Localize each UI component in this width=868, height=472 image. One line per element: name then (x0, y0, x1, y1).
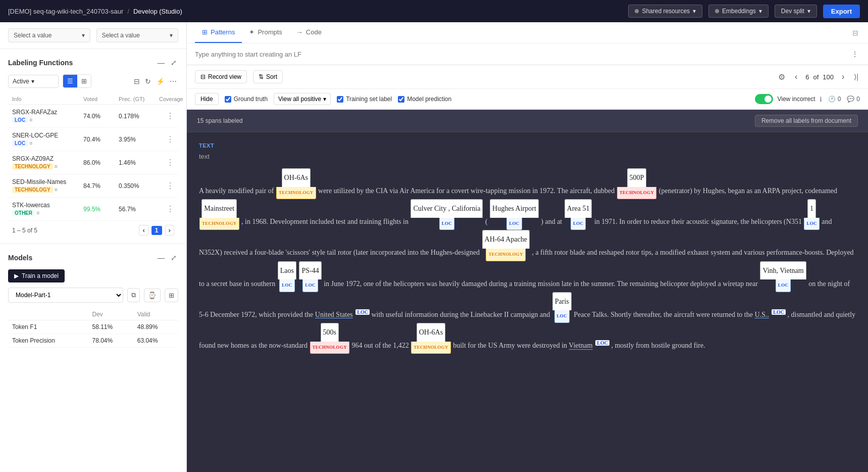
prev-record-button[interactable]: ‹ (793, 72, 799, 81)
train-model-button[interactable]: ▶ Train a model (8, 269, 65, 282)
table-row: Token Precision 78.04% 63.04% (8, 334, 178, 348)
current-page-label: Develop (Studio) (133, 8, 182, 15)
next-record-button[interactable]: › (840, 72, 846, 81)
status-dropdown[interactable]: Active ▾ (8, 75, 59, 88)
lf-row: STK-lowercas OTHER ≡ 99.5% 56.7% ⋮ (8, 198, 178, 221)
model-select-row: Model-Part-1 ⧉ ⌚ ⊞ (8, 288, 178, 303)
lf-info-1: SRGX-RAFAZaz LOC ≡ (12, 109, 83, 123)
doc-section-title: text (199, 153, 856, 160)
filter-select-1[interactable]: Select a value ▾ (8, 28, 90, 42)
lf-info-5: STK-lowercas OTHER ≡ (12, 202, 83, 216)
dot-icon-2 (715, 9, 719, 13)
view-all-positive-dropdown[interactable]: View all positive ▾ (274, 93, 331, 105)
page-nav: ‹ 1 › (139, 225, 174, 235)
prev-page-button[interactable]: ‹ (139, 225, 148, 235)
tab-code[interactable]: → Code (289, 22, 329, 43)
sort-button[interactable]: ⇅ Sort (253, 70, 283, 83)
chevron-icon-2: ▾ (170, 32, 173, 39)
filter-select-2[interactable]: Select a value ▾ (96, 28, 179, 42)
record-nav: 6 of 100 (805, 73, 834, 81)
lf-more-1[interactable]: ⋮ (159, 111, 174, 121)
lf-controls: Active ▾ ☰ ⊞ ⊟ ↻ ⚡ ⋯ (8, 74, 178, 88)
record-toolbar: ⊟ Record view ⇅ Sort ⚙ ‹ 6 of 100 › ⟩| (187, 65, 868, 89)
model-prediction-checkbox[interactable]: Model prediction (398, 96, 451, 103)
lf-input-row: ⋮ (187, 43, 868, 65)
lf-list-icon-5: ≡ (36, 210, 39, 216)
span-area51: Area 51 LOC (565, 199, 592, 230)
prompts-icon: ✦ (249, 28, 254, 36)
clock-icon: 🕐 (828, 96, 836, 103)
hide-button[interactable]: Hide (195, 93, 219, 105)
filter-icon-btn[interactable]: ⊟ (132, 76, 141, 87)
span-vinh-vietnam: Vinh, Vietnam LOC (760, 261, 806, 292)
lf-editor: ⊞ Patterns ✦ Prompts → Code ⊟ ⋮ (187, 22, 868, 65)
lf-pagination: 1 – 5 of 5 ‹ 1 › (8, 221, 178, 235)
span-ah64: AH-64 Apache TECHNOLOGY (482, 230, 530, 261)
demo-label: [DEMO] seq-tag-wiki-tech_240703-saur (8, 8, 123, 15)
dev-split-button[interactable]: Dev split ▾ (775, 5, 817, 18)
embeddings-button[interactable]: Embeddings ▾ (708, 5, 769, 18)
training-set-label-checkbox[interactable]: Training set label (337, 96, 392, 103)
model-grid-btn[interactable]: ⊞ (165, 289, 178, 302)
lightning-icon-btn[interactable]: ⚡ (155, 76, 166, 87)
document-area: 15 spans labeled Remove all labels from … (187, 110, 868, 472)
model-dropdown[interactable]: Model-Part-1 (8, 288, 123, 303)
lf-title: Labeling Functions (8, 59, 73, 67)
minimize-models-btn[interactable]: — (156, 252, 166, 263)
next-page-button[interactable]: › (165, 225, 174, 235)
current-page-num: 1 (151, 226, 162, 235)
models-title: Models (8, 254, 32, 262)
lf-list-icon-4: ≡ (55, 186, 58, 193)
metrics-table: Dev Valid Token F1 58.11% 48.89% Token P… (8, 309, 178, 348)
lf-tabs: ⊞ Patterns ✦ Prompts → Code ⊟ (187, 22, 868, 43)
span-mainstreet: Mainstreet TECHNOLOGY (199, 199, 239, 230)
tab-prompts[interactable]: ✦ Prompts (242, 22, 289, 43)
view-toggle: ☰ ⊞ (63, 74, 91, 88)
expand-button[interactable]: ⤢ (169, 57, 178, 68)
ground-truth-checkbox[interactable]: Ground truth (225, 96, 268, 103)
copy-model-btn[interactable]: ⧉ (127, 288, 140, 302)
lf-row: SED-Missile-Names TECHNOLOGY ≡ 84.7% 0.3… (8, 174, 178, 198)
lf-more-3[interactable]: ⋮ (159, 158, 174, 167)
expand-models-btn[interactable]: ⤢ (169, 252, 178, 263)
play-icon: ▶ (14, 272, 19, 279)
shared-resources-button[interactable]: Shared resources ▾ (628, 5, 702, 18)
models-header: Models — ⤢ (8, 252, 178, 263)
editor-filter-btn[interactable]: ⊟ (851, 27, 860, 38)
chevron-status-icon: ▾ (31, 78, 34, 85)
toggle-label[interactable] (755, 94, 773, 104)
model-history-btn[interactable]: ⌚ (144, 289, 161, 302)
record-view-button[interactable]: ⊟ Record view (195, 70, 247, 83)
lf-more-4[interactable]: ⋮ (159, 181, 174, 191)
minimize-button[interactable]: — (156, 57, 166, 68)
refresh-icon-btn[interactable]: ↻ (143, 76, 152, 87)
lf-list-icon-2: ≡ (29, 140, 32, 146)
comment-count: 💬 0 (847, 96, 860, 103)
view-incorrect-toggle: View incorrect ℹ (755, 94, 822, 104)
span-ps44: PS-44 LOC (299, 261, 321, 292)
patterns-icon: ⊞ (202, 28, 208, 36)
sidebar: Select a value ▾ Select a value ▾ Labeli… (0, 22, 187, 472)
export-button[interactable]: Export (823, 5, 860, 18)
more-options-btn[interactable]: ⋯ (168, 76, 178, 87)
dot-icon (635, 9, 639, 13)
lf-more-5[interactable]: ⋮ (159, 204, 174, 214)
tab-patterns[interactable]: ⊞ Patterns (195, 22, 242, 43)
sort-icon: ⇅ (259, 73, 264, 80)
span-hughes-airport: Hughes Airport LOC (490, 199, 539, 230)
remove-labels-button[interactable]: Remove all labels from document (755, 115, 858, 127)
lf-list-icon: ≡ (29, 117, 32, 123)
grid-view-button[interactable]: ☰ (63, 75, 77, 87)
lf-more-options-btn[interactable]: ⋮ (850, 49, 860, 60)
chevron-positive-icon: ▾ (323, 96, 326, 103)
list-view-button[interactable]: ⊞ (77, 75, 91, 87)
models-section: Models — ⤢ ▶ Train a model Model-Part-1 … (0, 244, 186, 472)
settings-button[interactable]: ⚙ (777, 71, 787, 83)
breadcrumb-separator: / (127, 8, 129, 15)
lf-header-actions: — ⤢ (156, 57, 178, 68)
span-us: U.S.. (754, 310, 769, 318)
lf-more-2[interactable]: ⋮ (159, 134, 174, 144)
labeling-functions-section: Labeling Functions — ⤢ Active ▾ ☰ ⊞ ⊟ ↻ (0, 49, 186, 244)
collapse-panel-btn[interactable]: ⟩| (852, 71, 860, 82)
lf-text-input[interactable] (195, 51, 846, 58)
